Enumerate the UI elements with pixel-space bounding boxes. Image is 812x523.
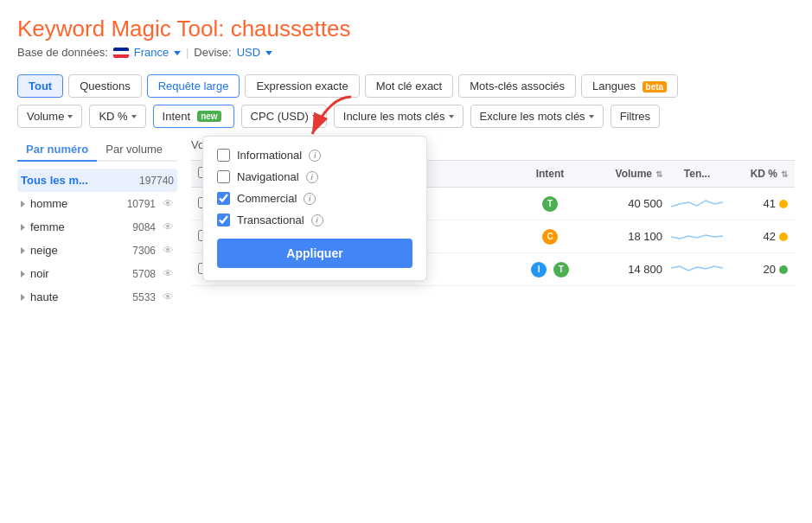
eye-icon[interactable]: 👁	[163, 244, 174, 257]
trend-chart	[671, 259, 723, 277]
france-flag	[113, 48, 129, 58]
volume-sort-icon[interactable]: ⇅	[655, 169, 662, 179]
informational-label: Informational	[237, 149, 302, 162]
exclure-filter[interactable]: Exclure les mots clés	[470, 105, 604, 128]
tab-langues[interactable]: Langues beta	[581, 74, 678, 98]
sidebar-item-noir[interactable]: noir 5708 👁	[17, 262, 177, 285]
transactional-label: Transactional	[237, 214, 304, 226]
navigational-info-icon[interactable]: i	[306, 171, 318, 183]
kd-indicator	[779, 265, 788, 274]
volume-cell: 18 100	[585, 230, 662, 243]
col-trend-header: Ten...	[662, 168, 732, 180]
kd-filter[interactable]: KD %	[89, 105, 145, 128]
col-intent-header: Intent	[515, 168, 585, 180]
navigational-checkbox[interactable]	[217, 170, 230, 183]
kd-indicator	[779, 200, 788, 208]
tab-motcle[interactable]: Mot clé exact	[365, 74, 454, 98]
sidebar-item-all[interactable]: Tous les m... 197740	[17, 169, 177, 192]
trend-chart	[671, 226, 723, 244]
volume-cell: 14 800	[585, 263, 662, 276]
commercial-info-icon[interactable]: i	[304, 193, 316, 205]
volume-chevron-icon	[67, 115, 73, 118]
apply-button[interactable]: Appliquer	[217, 239, 412, 268]
sidebar: Par numéro Par volume Tous les m... 1977…	[17, 138, 177, 309]
chevron-right-icon	[21, 294, 25, 301]
subtitle-bar: Base de données: France | Devise: USD	[17, 46, 795, 59]
volume-filter[interactable]: Volume	[17, 105, 82, 128]
eye-icon[interactable]: 👁	[163, 267, 174, 280]
sidebar-tab-numero[interactable]: Par numéro	[17, 138, 97, 162]
country-chevron-icon	[174, 51, 181, 55]
tab-row: Tout Questions Requête large Expression …	[17, 74, 795, 98]
filtres-filter[interactable]: Filtres	[611, 105, 660, 128]
country-selector[interactable]: France	[134, 46, 181, 59]
commercial-label: Commercial	[237, 192, 297, 205]
commercial-checkbox[interactable]	[217, 192, 230, 205]
sidebar-item-homme[interactable]: homme 10791 👁	[17, 192, 177, 215]
informational-info-icon[interactable]: i	[309, 150, 321, 162]
sidebar-tab-volume[interactable]: Par volume	[97, 138, 171, 162]
chevron-right-icon	[21, 201, 25, 207]
kd-indicator	[779, 233, 788, 241]
currency-selector[interactable]: USD	[237, 46, 272, 59]
sidebar-item-haute[interactable]: haute 5533 👁	[17, 285, 177, 309]
sidebar-tab-row: Par numéro Par volume	[17, 138, 177, 162]
informational-checkbox[interactable]	[217, 149, 230, 162]
inclure-chevron-icon	[449, 115, 454, 118]
kd-sort-icon[interactable]: ⇅	[781, 169, 788, 179]
intent-filter[interactable]: Intent new	[153, 105, 234, 128]
intent-option-transactional[interactable]: Transactional i	[217, 214, 412, 226]
tab-tout[interactable]: Tout	[17, 74, 63, 98]
intent-badge-c: C	[542, 229, 558, 245]
chevron-right-icon	[21, 271, 25, 277]
intent-dropdown: Informational i Navigational i Commercia…	[202, 136, 427, 281]
intent-badge-t: T	[542, 196, 558, 212]
kd-chevron-icon	[131, 115, 137, 118]
eye-icon[interactable]: 👁	[163, 197, 174, 210]
intent-option-informational[interactable]: Informational i	[217, 149, 412, 162]
tab-requete[interactable]: Requête large	[147, 74, 240, 98]
exclure-chevron-icon	[589, 115, 594, 118]
navigational-label: Navigational	[237, 170, 299, 183]
chevron-right-icon	[21, 224, 25, 231]
intent-badge-t: T	[553, 262, 569, 277]
intent-option-commercial[interactable]: Commercial i	[217, 192, 412, 205]
eye-icon[interactable]: 👁	[163, 220, 174, 233]
sidebar-item-femme[interactable]: femme 9084 👁	[17, 215, 177, 239]
page-title: Keyword Magic Tool: chaussettes	[17, 16, 795, 42]
filter-row: Volume KD % Intent new CPC (USD) Inclure…	[17, 105, 795, 128]
new-badge: new	[197, 111, 221, 122]
trend-chart	[671, 194, 723, 211]
transactional-checkbox[interactable]	[217, 214, 230, 226]
red-arrow-icon	[282, 92, 360, 147]
currency-chevron-icon	[265, 51, 272, 55]
beta-badge: beta	[643, 81, 668, 92]
tab-questions[interactable]: Questions	[68, 74, 142, 98]
volume-cell: 40 500	[585, 197, 662, 210]
intent-option-navigational[interactable]: Navigational i	[217, 170, 412, 183]
chevron-right-icon	[21, 247, 25, 254]
transactional-info-icon[interactable]: i	[311, 214, 323, 226]
col-kd-header[interactable]: KD % ⇅	[732, 168, 788, 180]
tab-associes[interactable]: Mots-clés associés	[458, 74, 576, 98]
col-volume-header[interactable]: Volume ⇅	[585, 168, 662, 180]
eye-icon[interactable]: 👁	[163, 290, 174, 303]
intent-badge-i: I	[531, 262, 547, 277]
sidebar-item-neige[interactable]: neige 7306 👁	[17, 239, 177, 262]
